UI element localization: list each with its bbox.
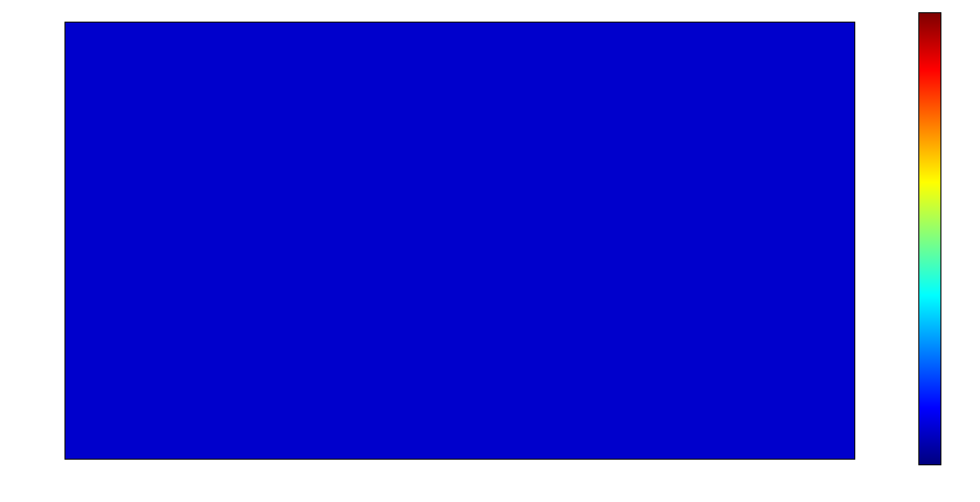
plot-area	[64, 22, 855, 460]
colorbar	[918, 12, 941, 465]
spectrogram-figure	[0, 0, 980, 502]
spectrogram-canvas	[65, 23, 854, 459]
